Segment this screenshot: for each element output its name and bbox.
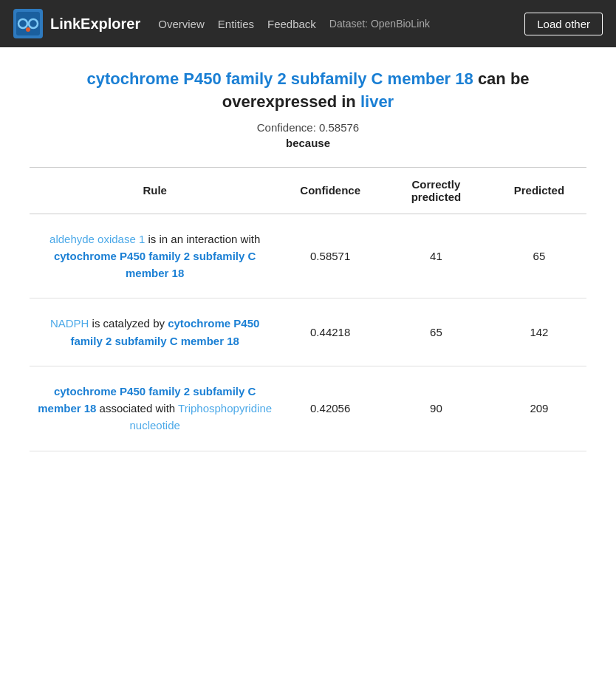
table-cell-predicted-1: 142: [492, 298, 586, 366]
nav-entities[interactable]: Entities: [218, 18, 254, 30]
table-cell-correctly-0: 41: [380, 214, 492, 298]
table-row: cytochrome P450 family 2 subfamily C mem…: [30, 366, 586, 451]
logo-area: LinkExplorer: [13, 9, 140, 38]
table-row: NADPH is catalyzed by cytochrome P450 fa…: [30, 298, 586, 366]
nav-links: Overview Entities Feedback Dataset: Open…: [158, 18, 507, 30]
headline: cytochrome P450 family 2 subfamily C mem…: [30, 68, 586, 114]
table-cell-correctly-2: 90: [380, 366, 492, 451]
table-cell-predicted-0: 65: [492, 214, 586, 298]
headline-entity1: cytochrome P450 family 2 subfamily C mem…: [86, 69, 473, 88]
navbar: LinkExplorer Overview Entities Feedback …: [0, 0, 616, 47]
table-cell-confidence-1: 0.44218: [280, 298, 380, 366]
table-cell-confidence-0: 0.58571: [280, 214, 380, 298]
table-row: aldehyde oxidase 1 is in an interaction …: [30, 214, 586, 298]
col-header-predicted: Predicted: [492, 167, 586, 214]
table-cell-rule-0: aldehyde oxidase 1 is in an interaction …: [30, 214, 280, 298]
rules-table: Rule Confidence Correctly predicted Pred…: [30, 167, 586, 451]
col-header-rule: Rule: [30, 167, 280, 214]
svg-point-5: [26, 27, 30, 32]
nav-overview[interactable]: Overview: [158, 18, 205, 30]
logo-icon: [13, 9, 43, 38]
because-line: because: [30, 137, 586, 149]
confidence-line: Confidence: 0.58576: [30, 121, 586, 134]
col-header-confidence: Confidence: [280, 167, 380, 214]
brand-name: LinkExplorer: [50, 16, 140, 33]
load-other-button[interactable]: Load other: [524, 13, 603, 35]
nav-feedback[interactable]: Feedback: [267, 18, 316, 30]
headline-entity2: liver: [360, 92, 394, 111]
table-header-row: Rule Confidence Correctly predicted Pred…: [30, 167, 586, 214]
nav-dataset-label: Dataset: OpenBioLink: [329, 18, 430, 30]
table-cell-rule-2: cytochrome P450 family 2 subfamily C mem…: [30, 366, 280, 451]
col-header-correctly: Correctly predicted: [380, 167, 492, 214]
table-cell-predicted-2: 209: [492, 366, 586, 451]
table-cell-correctly-1: 65: [380, 298, 492, 366]
main-content: cytochrome P450 family 2 subfamily C mem…: [0, 47, 616, 481]
table-cell-confidence-2: 0.42056: [280, 366, 380, 451]
table-cell-rule-1: NADPH is catalyzed by cytochrome P450 fa…: [30, 298, 280, 366]
